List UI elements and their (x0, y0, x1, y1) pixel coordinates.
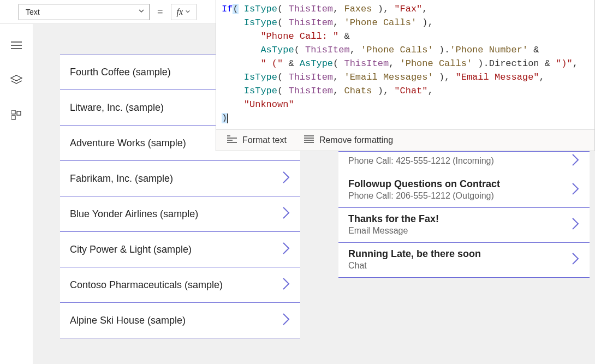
apps-icon[interactable] (11, 110, 21, 122)
format-text-icon (227, 135, 237, 145)
svg-rect-0 (11, 110, 15, 114)
chevron-right-icon (282, 312, 290, 329)
account-list-item[interactable]: Fabrikam, Inc. (sample) (60, 161, 300, 196)
account-name: Contoso Pharmaceuticals (sample) (70, 279, 223, 291)
svg-rect-1 (17, 111, 21, 115)
formula-bar-expanded: If( IsType( ThisItem, Faxes ), "Fax", Is… (216, 0, 595, 151)
chevron-right-icon (571, 252, 580, 267)
remove-formatting-icon (304, 135, 314, 145)
activity-list-item[interactable]: Phone Call: 425-555-1212 (Incoming) (338, 151, 590, 173)
activity-subtitle: Chat (348, 261, 481, 271)
chevron-down-icon (185, 9, 191, 15)
chevron-right-icon (282, 170, 290, 187)
menu-icon[interactable] (11, 41, 22, 51)
activity-subtitle: Phone Call: 425-555-1212 (Incoming) (348, 156, 494, 166)
format-text-button[interactable]: Format text (227, 135, 287, 145)
chevron-right-icon (282, 206, 290, 223)
property-dropdown[interactable]: Text (19, 4, 150, 20)
chevron-right-icon (282, 277, 290, 294)
dropdown-value: Text (26, 8, 40, 16)
chevron-right-icon (571, 153, 580, 169)
activity-subtitle: Email Message (348, 226, 439, 236)
account-name: Fourth Coffee (sample) (70, 67, 171, 78)
activity-title: Running Late, be there soon (348, 248, 481, 260)
chevron-down-icon (138, 8, 145, 16)
activity-title: Thanks for the Fax! (348, 213, 439, 225)
fx-label: fx (177, 7, 183, 17)
account-list-item[interactable]: Alpine Ski House (sample) (60, 303, 300, 338)
fx-button[interactable]: fx (171, 4, 197, 20)
equals-label: = (157, 6, 163, 17)
account-name: Blue Yonder Airlines (sample) (70, 208, 198, 220)
account-list-item[interactable]: Blue Yonder Airlines (sample) (60, 196, 300, 232)
activity-subtitle: Phone Call: 206-555-1212 (Outgoing) (348, 191, 500, 201)
formula-editor[interactable]: If( IsType( ThisItem, Faxes ), "Fax", Is… (216, 0, 594, 129)
chevron-right-icon (571, 217, 580, 232)
layers-icon[interactable] (10, 75, 22, 86)
chevron-right-icon (282, 241, 290, 258)
activity-list-item[interactable]: Followup Questions on ContractPhone Call… (338, 173, 590, 208)
activity-title: Followup Questions on Contract (348, 178, 500, 190)
remove-formatting-button[interactable]: Remove formatting (304, 135, 393, 145)
account-list-item[interactable]: Contoso Pharmaceuticals (sample) (60, 267, 300, 303)
account-name: Alpine Ski House (sample) (70, 315, 186, 326)
account-name: City Power & Light (sample) (70, 244, 192, 255)
svg-rect-2 (11, 116, 15, 120)
remove-formatting-label: Remove formatting (319, 135, 393, 145)
account-list-item[interactable]: City Power & Light (sample) (60, 232, 300, 267)
left-sidebar (0, 24, 33, 364)
chevron-right-icon (571, 182, 580, 198)
formula-toolbar: Format text Remove formatting (216, 129, 594, 151)
format-text-label: Format text (242, 135, 287, 145)
account-name: Adventure Works (sample) (70, 138, 186, 149)
activity-list-item[interactable]: Thanks for the Fax!Email Message (338, 208, 590, 243)
activity-list-item[interactable]: Running Late, be there soonChat (338, 243, 590, 278)
account-name: Fabrikam, Inc. (sample) (70, 173, 173, 184)
account-name: Litware, Inc. (sample) (70, 102, 164, 114)
activities-gallery[interactable]: Phone Call: 425-555-1212 (Incoming)Follo… (338, 151, 590, 278)
